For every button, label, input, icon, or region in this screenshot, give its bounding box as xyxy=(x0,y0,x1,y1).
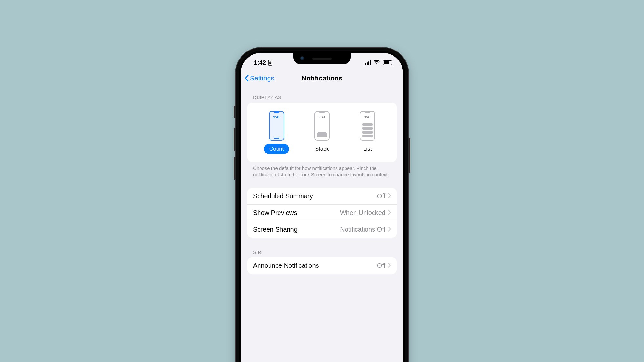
display-as-label: Count xyxy=(264,144,289,154)
chevron-right-icon xyxy=(388,209,391,217)
back-button[interactable]: Settings xyxy=(244,74,274,82)
content-scroll[interactable]: DISPLAY AS 9:41 Count xyxy=(241,86,403,362)
preview-phone-count: 9:41 xyxy=(269,111,284,141)
screen: 1:42 xyxy=(241,53,403,362)
display-as-option-count[interactable]: 9:41 Count xyxy=(254,111,299,154)
chevron-right-icon xyxy=(388,262,391,269)
row-value: Notifications Off xyxy=(340,226,385,233)
display-as-label: Stack xyxy=(310,144,334,154)
volume-down-button xyxy=(234,157,236,180)
row-value: When Unlocked xyxy=(340,209,385,217)
settings-list-card: Scheduled Summary Off Show Previews When… xyxy=(247,188,397,238)
status-time: 1:42 xyxy=(254,59,266,66)
section-header-display-as: DISPLAY AS xyxy=(247,86,397,103)
section-header-siri: SIRI xyxy=(247,238,397,257)
preview-phone-stack: 9:41 xyxy=(314,111,330,141)
display-as-label: List xyxy=(358,144,377,154)
chevron-right-icon xyxy=(388,226,391,233)
section-footer-display-as: Choose the default for how notifications… xyxy=(247,162,397,178)
notch xyxy=(293,53,351,64)
siri-list-card: Announce Notifications Off xyxy=(247,257,397,274)
preview-phone-list: 9:41 xyxy=(360,111,375,141)
cellular-icon xyxy=(365,60,371,65)
row-value: Off xyxy=(377,262,385,269)
nav-bar: Settings Notifications xyxy=(241,71,403,86)
phone-frame: 1:42 xyxy=(236,48,408,362)
row-screen-sharing[interactable]: Screen Sharing Notifications Off xyxy=(247,221,397,238)
svg-rect-1 xyxy=(269,63,271,64)
row-label: Announce Notifications xyxy=(253,262,319,269)
row-label: Show Previews xyxy=(253,209,297,217)
power-button xyxy=(408,138,410,173)
chevron-right-icon xyxy=(388,192,391,200)
display-as-card: 9:41 Count 9:41 xyxy=(247,103,397,162)
page-title: Notifications xyxy=(301,74,342,82)
chevron-left-icon xyxy=(244,74,249,82)
volume-up-button xyxy=(234,128,236,151)
row-announce-notifications[interactable]: Announce Notifications Off xyxy=(247,257,397,274)
back-label: Settings xyxy=(250,74,274,82)
display-as-option-stack[interactable]: 9:41 Stack xyxy=(299,111,345,154)
row-value: Off xyxy=(377,192,385,200)
portrait-lock-icon xyxy=(268,60,272,66)
wifi-icon xyxy=(374,59,380,66)
row-label: Scheduled Summary xyxy=(253,192,313,200)
battery-icon xyxy=(383,60,392,65)
display-as-option-list[interactable]: 9:41 List xyxy=(345,111,390,154)
row-show-previews[interactable]: Show Previews When Unlocked xyxy=(247,204,397,221)
silence-switch xyxy=(234,106,236,118)
row-label: Screen Sharing xyxy=(253,226,298,233)
row-scheduled-summary[interactable]: Scheduled Summary Off xyxy=(247,188,397,204)
